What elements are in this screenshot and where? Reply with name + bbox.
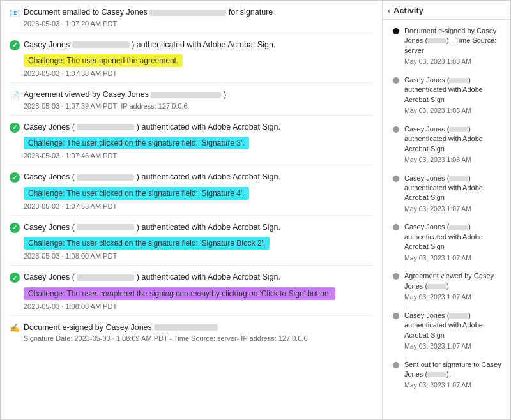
- event-title: Casey Jones ( ) authenticated with Adobe…: [24, 222, 280, 234]
- timeline-dot: [393, 28, 399, 34]
- timeline-item: Casey Jones () authenticated with Adobe …: [393, 311, 504, 351]
- esign-icon: ✍: [10, 323, 20, 333]
- event-time: 2023-05-03 · 1:07:39 AM PDT- IP address:…: [24, 102, 373, 110]
- challenge-bar: Challenge: The user clicked on the signa…: [24, 237, 270, 250]
- timeline-item: Casey Jones () authenticated with Adobe …: [393, 222, 504, 262]
- check-icon: ✓: [10, 223, 20, 233]
- timeline-line: [406, 133, 406, 174]
- event-title: Document emailed to Casey Jones for sign…: [24, 7, 273, 19]
- timeline-dot: [393, 77, 399, 84]
- timeline-item: Casey Jones () authenticated with Adobe …: [393, 174, 504, 214]
- timeline-content: Casey Jones () authenticated with Adobe …: [404, 222, 504, 262]
- event-block-view: 📄Agreement viewed by Casey Jones )2023-0…: [10, 89, 373, 116]
- event-time: 2023-05-03 · 1:07:38 AM PDT: [24, 70, 373, 77]
- timeline-dot: [393, 273, 399, 280]
- event-block-auth5: ✓Casey Jones ( ) authenticated with Adob…: [10, 272, 373, 316]
- check-icon: ✓: [10, 172, 20, 183]
- event-block-auth4: ✓Casey Jones ( ) authenticated with Adob…: [10, 222, 373, 266]
- timeline-content: Sent out for signature to Casey Jones ()…: [404, 360, 504, 390]
- timeline-date: May 03, 2023 1:07 AM: [404, 380, 504, 390]
- timeline-item: Casey Jones () authenticated with Adobe …: [393, 75, 504, 116]
- timeline-date: May 03, 2023 1:07 AM: [404, 292, 504, 302]
- timeline-content: Casey Jones () authenticated with Adobe …: [404, 124, 504, 165]
- timeline-dot: [393, 224, 399, 230]
- event-block-auth1: ✓Casey Jones ) authenticated with Adobe …: [10, 40, 373, 84]
- event-time: 2023-05-03 · 1:07:46 AM PDT: [24, 152, 373, 160]
- check-icon: ✓: [10, 273, 20, 283]
- timeline-item: Casey Jones () authenticated with Adobe …: [393, 124, 504, 165]
- timeline-item: Document e-signed by Casey Jones () - Ti…: [393, 26, 504, 66]
- event-block-auth3: ✓Casey Jones ( ) authenticated with Adob…: [10, 172, 373, 216]
- event-block-auth2: ✓Casey Jones ( ) authenticated with Adob…: [10, 122, 373, 166]
- event-time: 2023-05-03 · 1:08:00 AM PDT: [24, 252, 373, 260]
- event-title: Agreement viewed by Casey Jones ): [24, 89, 226, 101]
- timeline-item: Agreement viewed by Casey Jones ()May 03…: [393, 271, 504, 301]
- main-container: 📧Document emailed to Casey Jones for sig…: [0, 0, 511, 420]
- timeline-date: May 03, 2023 1:07 AM: [404, 341, 504, 351]
- event-title: Document e-signed by Casey Jones: [24, 322, 218, 334]
- event-title: Casey Jones ( ) authenticated with Adobe…: [24, 122, 280, 133]
- challenge-bar: Challenge: The user clicked on the signa…: [24, 137, 249, 149]
- timeline-line: [406, 182, 406, 223]
- event-block-email: 📧Document emailed to Casey Jones for sig…: [10, 7, 373, 33]
- event-title: Casey Jones ) authenticated with Adobe A…: [24, 40, 275, 51]
- timeline-date: May 03, 2023 1:07 AM: [404, 204, 504, 214]
- view-icon: 📄: [10, 90, 20, 100]
- right-panel: ‹ Activity Document e-signed by Casey Jo…: [383, 1, 510, 419]
- timeline-line: [406, 84, 406, 124]
- left-panel: 📧Document emailed to Casey Jones for sig…: [1, 1, 383, 419]
- email-icon: 📧: [10, 8, 20, 18]
- check-icon: ✓: [10, 40, 20, 50]
- challenge-bar: Challenge: The user clicked on the signa…: [24, 187, 249, 200]
- timeline-line: [406, 230, 406, 271]
- timeline-dot: [393, 176, 399, 182]
- timeline-dot: [393, 362, 399, 368]
- timeline-line: [406, 280, 406, 310]
- challenge-bar: Challenge: The user opened the agreement…: [24, 54, 183, 67]
- timeline-item: Sent out for signature to Casey Jones ()…: [393, 360, 504, 390]
- activity-header: ‹ Activity: [383, 1, 510, 20]
- timeline: Document e-signed by Casey Jones () - Ti…: [383, 20, 510, 396]
- timeline-date: May 03, 2023 1:08 AM: [404, 106, 504, 116]
- check-icon: ✓: [10, 123, 20, 133]
- timeline-line: [406, 319, 406, 360]
- event-title: Casey Jones ( ) authenticated with Adobe…: [24, 172, 280, 183]
- event-time: 2023-05-03 · 1:07:53 AM PDT: [24, 202, 373, 210]
- event-time: Signature Date: 2023-05-03 · 1:08:09 AM …: [24, 334, 373, 342]
- timeline-content: Document e-signed by Casey Jones () - Ti…: [404, 26, 504, 66]
- challenge-bar: Challenge: The user completed the signin…: [24, 287, 335, 300]
- chevron-left-icon[interactable]: ‹: [388, 6, 390, 15]
- activity-title: Activity: [393, 6, 423, 15]
- event-time: 2023-05-03 · 1:08:08 AM PDT: [24, 303, 373, 310]
- timeline-dot: [393, 313, 399, 319]
- timeline-content: Casey Jones () authenticated with Adobe …: [404, 311, 504, 351]
- event-time: 2023-05-03 · 1:07:20 AM PDT: [24, 20, 373, 27]
- timeline-content: Casey Jones () authenticated with Adobe …: [404, 75, 504, 116]
- timeline-date: May 03, 2023 1:08 AM: [404, 57, 504, 66]
- timeline-dot: [393, 126, 399, 133]
- timeline-date: May 03, 2023 1:08 AM: [404, 155, 504, 165]
- timeline-content: Agreement viewed by Casey Jones ()May 03…: [404, 271, 504, 301]
- event-block-esign: ✍Document e-signed by Casey Jones Signat…: [10, 322, 373, 348]
- timeline-line: [406, 34, 406, 75]
- event-title: Casey Jones ( ) authenticated with Adobe…: [24, 272, 280, 283]
- timeline-date: May 03, 2023 1:07 AM: [404, 253, 504, 263]
- timeline-content: Casey Jones () authenticated with Adobe …: [404, 174, 504, 214]
